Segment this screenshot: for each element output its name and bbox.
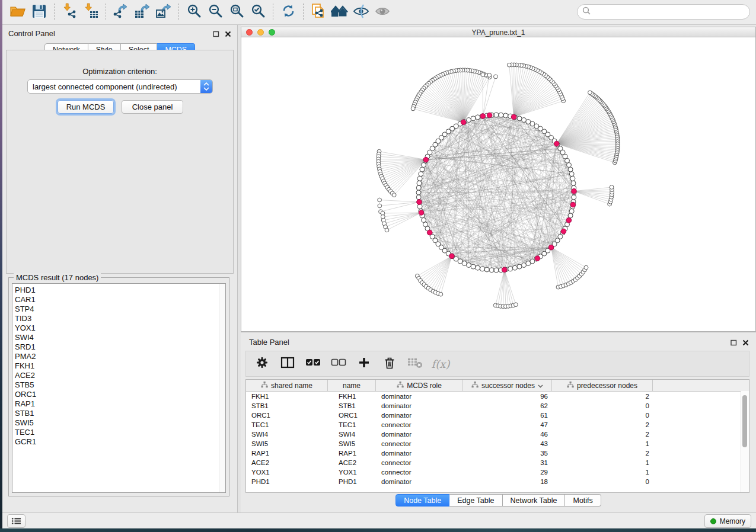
- table-cell[interactable]: PHD1: [246, 478, 328, 485]
- table-row[interactable]: RAP1RAP1dominator352: [246, 448, 749, 458]
- save-session-button[interactable]: [28, 2, 50, 23]
- table-row[interactable]: PHD1PHD1dominator180: [246, 477, 749, 486]
- node-table[interactable]: shared namename MCDS role successor node…: [245, 379, 749, 493]
- table-cell[interactable]: dominator: [376, 412, 463, 419]
- table-cell[interactable]: connector: [376, 421, 463, 428]
- table-cell[interactable]: RAP1: [328, 450, 376, 457]
- zoom-selected-button[interactable]: [247, 2, 269, 23]
- mcds-result-node[interactable]: SWI4: [12, 333, 225, 342]
- table-row[interactable]: FKH1FKH1dominator962: [246, 392, 749, 401]
- table-cell[interactable]: TEC1: [328, 421, 376, 428]
- close-table-panel-icon[interactable]: [742, 338, 749, 348]
- memory-button[interactable]: Memory: [704, 514, 751, 528]
- table-cell[interactable]: FKH1: [328, 393, 376, 400]
- network-canvas[interactable]: [241, 37, 755, 331]
- table-cell[interactable]: 62: [463, 402, 552, 409]
- mcds-result-node[interactable]: SWI5: [12, 418, 225, 428]
- table-cell[interactable]: dominator: [376, 450, 463, 457]
- mcds-result-node[interactable]: STP4: [12, 305, 225, 314]
- import-network-button[interactable]: [59, 2, 80, 23]
- table-cell[interactable]: ACE2: [246, 459, 328, 466]
- table-cell[interactable]: SWI5: [246, 440, 328, 447]
- table-cell[interactable]: SWI4: [328, 431, 376, 438]
- table-cell[interactable]: 18: [463, 478, 552, 485]
- table-row[interactable]: ACE2ACE2connector311: [246, 458, 749, 467]
- table-cell[interactable]: dominator: [376, 431, 463, 438]
- table-cell[interactable]: STB1: [246, 402, 328, 409]
- criterion-dropdown[interactable]: largest connected component (undirected): [27, 79, 213, 94]
- table-cell[interactable]: ACE2: [328, 459, 376, 466]
- select-all-rows-button[interactable]: [305, 356, 321, 371]
- result-list-scrollbar[interactable]: [219, 284, 225, 492]
- table-cell[interactable]: SWI5: [328, 440, 376, 447]
- export-table-button[interactable]: [132, 2, 153, 23]
- refresh-button[interactable]: [277, 2, 299, 23]
- table-cell[interactable]: FKH1: [246, 393, 328, 400]
- mcds-result-node[interactable]: PHD1: [12, 284, 225, 295]
- mcds-result-node[interactable]: TEC1: [12, 428, 225, 437]
- table-row[interactable]: SWI4SWI4dominator462: [246, 430, 749, 439]
- table-cell[interactable]: 31: [463, 459, 552, 466]
- mcds-result-node[interactable]: YOX1: [12, 323, 225, 333]
- table-cell[interactable]: 0: [552, 402, 653, 409]
- mcds-result-node[interactable]: TID3: [12, 314, 225, 323]
- table-row[interactable]: STB1STB1dominator620: [246, 401, 749, 411]
- mcds-result-node[interactable]: GCR1: [12, 437, 225, 447]
- tab-node-table[interactable]: Node Table: [395, 494, 449, 507]
- mcds-result-node[interactable]: PMA2: [12, 352, 225, 361]
- run-mcds-button[interactable]: Run MCDS: [58, 100, 114, 114]
- table-cell[interactable]: dominator: [376, 402, 463, 409]
- table-cell[interactable]: 96: [463, 393, 552, 400]
- hide-selected-button[interactable]: [350, 2, 372, 23]
- first-neighbors-button[interactable]: [329, 2, 350, 23]
- column-header-predecessor-nodes[interactable]: predecessor nodes: [552, 380, 653, 391]
- delete-column-button[interactable]: [382, 356, 397, 371]
- table-cell[interactable]: PHD1: [328, 478, 376, 485]
- table-cell[interactable]: connector: [376, 440, 463, 447]
- import-table-button[interactable]: [80, 2, 101, 23]
- export-image-button[interactable]: [153, 2, 174, 23]
- table-scrollbar[interactable]: [741, 391, 749, 492]
- table-settings-button[interactable]: [254, 356, 270, 371]
- export-network-button[interactable]: [110, 2, 132, 23]
- table-row[interactable]: SWI5SWI5connector431: [246, 439, 749, 448]
- table-row[interactable]: YOX1YOX1connector291: [246, 467, 749, 477]
- table-cell[interactable]: connector: [376, 459, 463, 466]
- table-cell[interactable]: 2: [552, 431, 653, 438]
- table-cell[interactable]: 2: [552, 393, 653, 400]
- zoom-in-button[interactable]: [183, 2, 205, 23]
- tab-network-table[interactable]: Network Table: [503, 494, 566, 507]
- table-cell[interactable]: 46: [463, 431, 552, 438]
- table-cell[interactable]: YOX1: [328, 469, 376, 476]
- mcds-result-node[interactable]: STB5: [12, 380, 225, 390]
- column-header-shared-name[interactable]: shared name: [246, 380, 328, 391]
- task-history-button[interactable]: [7, 514, 25, 528]
- deselect-all-rows-button[interactable]: [331, 356, 346, 371]
- table-cell[interactable]: 1: [552, 459, 653, 466]
- new-network-from-selection-button[interactable]: [308, 2, 329, 23]
- table-cell[interactable]: connector: [376, 469, 463, 476]
- mcds-result-list[interactable]: PHD1CAR1STP4TID3YOX1SWI4SRD1PMA2FKH1ACE2…: [12, 283, 226, 493]
- mcds-result-node[interactable]: FKH1: [12, 361, 225, 371]
- table-scrollbar-thumb[interactable]: [742, 395, 747, 447]
- table-cell[interactable]: ORC1: [246, 412, 328, 419]
- column-header-MCDS-role[interactable]: MCDS role: [376, 380, 463, 391]
- table-cell[interactable]: TEC1: [246, 421, 328, 428]
- table-cell[interactable]: YOX1: [246, 469, 328, 476]
- float-table-panel-icon[interactable]: [731, 338, 737, 348]
- table-cell[interactable]: 2: [552, 421, 653, 428]
- table-cell[interactable]: 35: [463, 450, 552, 457]
- table-cell[interactable]: 43: [463, 440, 552, 447]
- table-cell[interactable]: 0: [552, 412, 653, 419]
- table-cell[interactable]: RAP1: [246, 450, 328, 457]
- table-cell[interactable]: dominator: [376, 478, 463, 485]
- mcds-result-node[interactable]: SRD1: [12, 342, 225, 352]
- mcds-result-node[interactable]: CAR1: [12, 295, 225, 305]
- table-cell[interactable]: 2: [552, 450, 653, 457]
- close-panel-button[interactable]: Close panel: [122, 100, 183, 114]
- column-header-name[interactable]: name: [328, 380, 376, 391]
- table-cell[interactable]: 1: [552, 440, 653, 447]
- mcds-result-node[interactable]: STB1: [12, 409, 225, 418]
- zoom-out-button[interactable]: [205, 2, 226, 23]
- float-panel-icon[interactable]: [213, 29, 219, 40]
